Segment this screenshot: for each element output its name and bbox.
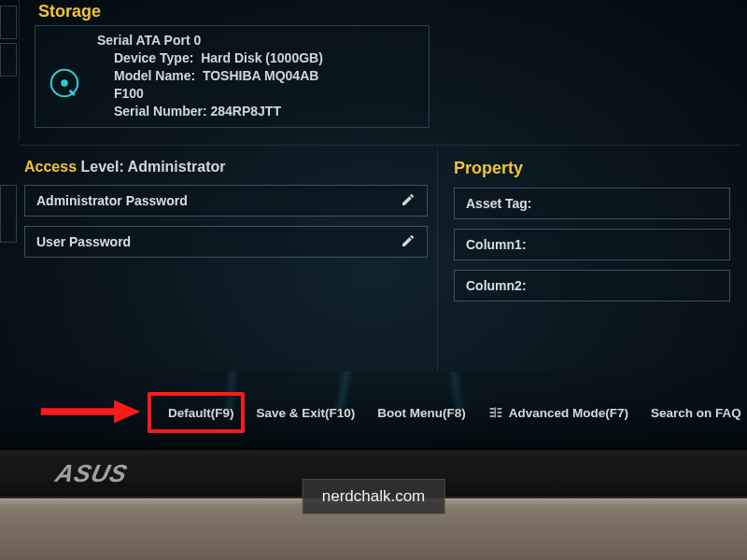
- property-title: Property: [454, 159, 730, 178]
- device-type-label: Device Type:: [114, 50, 193, 65]
- svg-point-1: [61, 79, 68, 87]
- column1-label: Column1:: [466, 237, 527, 252]
- model-name-value-2: F100: [114, 85, 323, 103]
- bios-screen: Storage Serial ATA Port 0 Device Type: H…: [0, 0, 747, 448]
- search-faq-button[interactable]: Search on FAQ: [640, 400, 747, 426]
- admin-password-field[interactable]: Administrator Password: [24, 185, 428, 217]
- access-heading-rest: Level: Administrator: [81, 159, 226, 175]
- storage-panel: Storage Serial ATA Port 0 Device Type: H…: [19, 0, 437, 142]
- advanced-mode-icon: [488, 406, 503, 419]
- brand-logo: ASUS: [52, 459, 131, 488]
- column2-label: Column2:: [466, 278, 527, 293]
- admin-password-label: Administrator Password: [36, 193, 188, 208]
- divider: [437, 149, 438, 371]
- model-name-value: TOSHIBA MQ04AB: [203, 68, 318, 83]
- user-password-field[interactable]: User Password: [24, 226, 428, 258]
- storage-device-card[interactable]: Serial ATA Port 0 Device Type: Hard Disk…: [35, 25, 430, 128]
- access-heading: Access Level: Administrator: [24, 159, 428, 175]
- boot-menu-button[interactable]: Boot Menu(F8): [366, 400, 476, 426]
- advanced-mode-button[interactable]: Advanced Mode(F7): [477, 400, 640, 426]
- serial-number-value: 284RP8JTT: [210, 104, 280, 119]
- edit-icon: [401, 192, 416, 210]
- column1-field[interactable]: Column1:: [454, 229, 730, 260]
- serial-number-label: Serial Number:: [114, 104, 207, 119]
- storage-title: Storage: [27, 2, 430, 25]
- footer-bar: Default(F9) Save & Exit(F10) Boot Menu(F…: [0, 371, 747, 448]
- storage-device-info: Serial ATA Port 0 Device Type: Hard Disk…: [97, 32, 323, 119]
- cutoff-panel: [0, 185, 17, 243]
- asset-tag-field[interactable]: Asset Tag:: [454, 188, 730, 219]
- property-panel: Property Asset Tag: Column1: Column2:: [454, 159, 730, 311]
- edit-icon: [401, 233, 416, 251]
- watermark: nerdchalk.com: [303, 479, 445, 514]
- asset-tag-label: Asset Tag:: [466, 196, 532, 211]
- default-button[interactable]: Default(F9): [157, 400, 246, 426]
- device-type-value: Hard Disk (1000GB): [201, 50, 323, 65]
- access-heading-highlight: Access: [24, 159, 77, 175]
- save-exit-button[interactable]: Save & Exit(F10): [246, 400, 367, 426]
- model-name-label: Model Name:: [114, 68, 195, 83]
- column2-field[interactable]: Column2:: [454, 270, 730, 301]
- user-password-label: User Password: [36, 234, 131, 249]
- hdd-icon: [45, 63, 84, 103]
- divider: [19, 145, 740, 146]
- access-panel: Access Level: Administrator Administrato…: [24, 159, 428, 267]
- cutoff-panel: [0, 43, 17, 77]
- cutoff-panel: [0, 6, 17, 39]
- storage-port-label: Serial ATA Port 0: [97, 32, 323, 49]
